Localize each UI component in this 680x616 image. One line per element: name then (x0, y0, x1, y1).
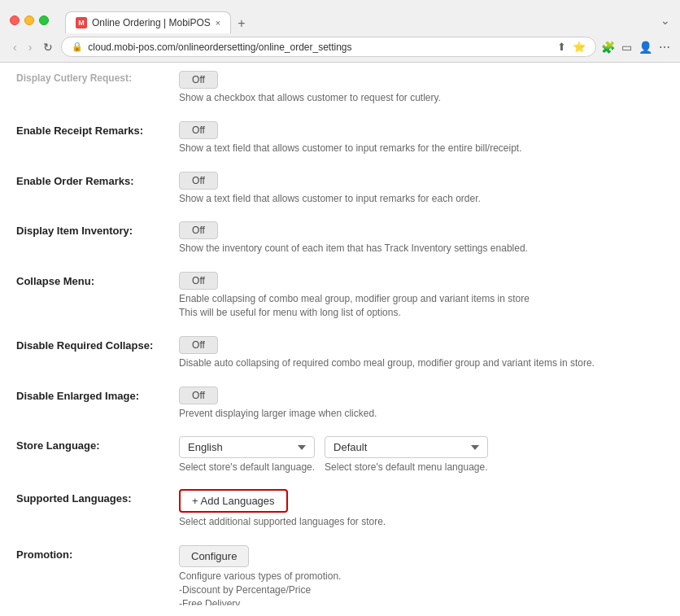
address-text: cloud.mobi-pos.com/onlineordersetting/on… (88, 42, 552, 53)
chevron-down-icon[interactable]: ⌄ (660, 14, 670, 27)
new-tab-btn[interactable]: + (231, 14, 251, 33)
sidebar-icon[interactable]: ▭ (621, 41, 632, 54)
receipt-remarks-row: Enable Receipt Remarks: Off Show a text … (16, 113, 664, 164)
collapse-menu-toggle[interactable]: Off (179, 272, 218, 290)
tab-close-btn[interactable]: × (216, 18, 220, 28)
receipt-remarks-toggle[interactable]: Off (179, 121, 218, 139)
disable-required-desc: Disable auto collapsing of required comb… (179, 356, 664, 370)
menu-language-select-group: Default English Chinese Malay Thai Selec… (325, 436, 487, 473)
tab-title: Online Ordering | MobiPOS (92, 17, 211, 28)
disable-image-toggle[interactable]: Off (179, 387, 218, 404)
item-inventory-desc: Show the inventory count of each item th… (179, 242, 664, 256)
language-select-group: English Chinese Malay Thai Japanese Sele… (179, 436, 315, 473)
order-remarks-desc: Show a text field that allows customer t… (179, 192, 664, 206)
store-language-control: English Chinese Malay Thai Japanese Sele… (179, 436, 664, 473)
address-bar[interactable]: 🔒 cloud.mobi-pos.com/onlineordersetting/… (61, 37, 596, 57)
collapse-menu-row: Collapse Menu: Off Enable collapsing of … (16, 264, 664, 328)
language-select-desc: Select store's default language. (179, 461, 315, 473)
order-remarks-label: Enable Order Remarks: (16, 172, 179, 187)
refresh-btn[interactable]: ↻ (40, 39, 56, 55)
browser-chrome: M Online Ordering | MobiPOS × + ⌄ ‹ › ↻ … (0, 0, 680, 63)
forward-btn[interactable]: › (25, 39, 36, 55)
toolbar-icons: 🧩 ▭ 👤 ⋯ (601, 41, 670, 54)
disable-image-control: Off Prevent displaying larger image when… (179, 387, 664, 421)
item-inventory-row: Display Item Inventory: Off Show the inv… (16, 213, 664, 264)
tab-bar: M Online Ordering | MobiPOS × + (65, 11, 252, 33)
disable-required-label: Disable Required Collapse: (16, 336, 179, 352)
browser-toolbar: ‹ › ↻ 🔒 cloud.mobi-pos.com/onlineorderse… (0, 33, 680, 62)
supported-languages-desc: Select additional supported languages fo… (179, 515, 664, 529)
browser-titlebar: M Online Ordering | MobiPOS × + ⌄ (0, 0, 680, 33)
bookmark-icon[interactable]: ⭐ (573, 41, 586, 53)
menu-icon[interactable]: ⋯ (659, 41, 670, 54)
item-inventory-control: Off Show the inventory count of each ite… (179, 221, 664, 256)
promotion-label: Promotion: (16, 545, 179, 561)
collapse-menu-label: Collapse Menu: (16, 272, 179, 287)
disable-image-row: Disable Enlarged Image: Off Prevent disp… (16, 378, 664, 429)
promotion-desc: Configure various types of promotion. -D… (179, 570, 664, 605)
disable-image-desc: Prevent displaying larger image when cli… (179, 407, 664, 421)
store-language-row: Store Language: English Chinese Malay Th… (16, 428, 664, 481)
traffic-lights (10, 15, 49, 25)
collapse-menu-desc: Enable collapsing of combo meal group, m… (179, 292, 664, 320)
close-window-btn[interactable] (10, 15, 20, 25)
add-languages-button[interactable]: + Add Languages (179, 489, 288, 513)
promotion-control: Configure Configure various types of pro… (179, 545, 664, 605)
disable-required-control: Off Disable auto collapsing of required … (179, 336, 664, 370)
extensions-icon[interactable]: 🧩 (601, 41, 615, 54)
supported-languages-control: + Add Languages Select additional suppor… (179, 489, 664, 529)
tab-favicon: M (76, 17, 87, 28)
receipt-remarks-desc: Show a text field that allows customer t… (179, 142, 664, 155)
cutlery-toggle[interactable]: Off (179, 71, 218, 89)
disable-required-row: Disable Required Collapse: Off Disable a… (16, 328, 664, 378)
cutlery-label: Display Cutlery Request: (16, 71, 179, 84)
supported-languages-label: Supported Languages: (16, 489, 179, 505)
order-remarks-control: Off Show a text field that allows custom… (179, 172, 664, 206)
minimize-window-btn[interactable] (24, 15, 34, 25)
active-tab[interactable]: M Online Ordering | MobiPOS × (65, 11, 231, 33)
address-bar-icons: ⬆ ⭐ (557, 41, 586, 53)
language-select-row: English Chinese Malay Thai Japanese Sele… (179, 436, 664, 473)
collapse-menu-control: Off Enable collapsing of combo meal grou… (179, 272, 664, 320)
menu-language-select-desc: Select store's default menu language. (325, 461, 487, 473)
lock-icon: 🔒 (72, 42, 83, 52)
disable-required-toggle[interactable]: Off (179, 336, 218, 354)
back-btn[interactable]: ‹ (10, 39, 20, 55)
cutlery-desc: Show a checkbox that allows customer to … (179, 91, 664, 105)
supported-languages-row: Supported Languages: + Add Languages Sel… (16, 481, 664, 537)
store-language-label: Store Language: (16, 436, 179, 452)
item-inventory-toggle[interactable]: Off (179, 221, 218, 239)
menu-language-select[interactable]: Default English Chinese Malay Thai (325, 436, 487, 458)
item-inventory-label: Display Item Inventory: (16, 221, 179, 237)
receipt-remarks-control: Off Show a text field that allows custom… (179, 121, 664, 155)
promotion-row: Promotion: Configure Configure various t… (16, 537, 664, 605)
cutlery-control: Off Show a checkbox that allows customer… (179, 71, 664, 105)
cutlery-row: Display Cutlery Request: Off Show a chec… (16, 63, 664, 113)
language-select[interactable]: English Chinese Malay Thai Japanese (179, 436, 315, 458)
configure-button[interactable]: Configure (179, 545, 249, 567)
page-content: Display Cutlery Request: Off Show a chec… (0, 63, 680, 605)
maximize-window-btn[interactable] (39, 15, 49, 25)
receipt-remarks-label: Enable Receipt Remarks: (16, 121, 179, 137)
share-icon[interactable]: ⬆ (557, 41, 566, 53)
profile-icon[interactable]: 👤 (639, 41, 652, 54)
disable-image-label: Disable Enlarged Image: (16, 387, 179, 402)
order-remarks-row: Enable Order Remarks: Off Show a text fi… (16, 164, 664, 214)
order-remarks-toggle[interactable]: Off (179, 172, 218, 190)
